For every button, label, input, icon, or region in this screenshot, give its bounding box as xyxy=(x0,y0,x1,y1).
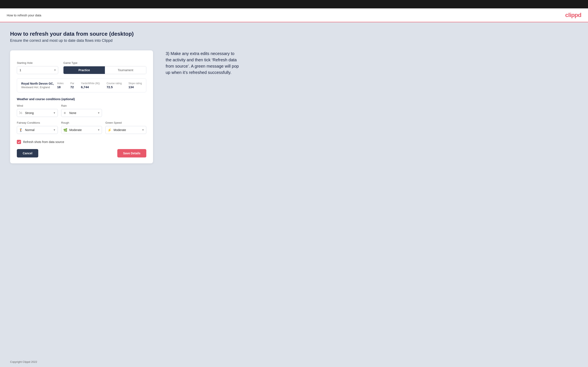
practice-button[interactable]: Practice xyxy=(63,66,105,74)
stat-par: Par 72 xyxy=(70,82,74,89)
game-type-field: Game Type Practice Tournament xyxy=(63,61,146,74)
checkmark-icon xyxy=(18,141,20,143)
par-value: 72 xyxy=(70,85,74,89)
yards-value: 6,744 xyxy=(81,85,89,89)
rain-field: Rain ☀ None Light Heavy ▼ xyxy=(61,104,102,117)
stat-course-rating: Course rating 72.5 xyxy=(107,82,122,89)
page-heading: How to refresh your data from source (de… xyxy=(10,31,578,37)
logo: clippd xyxy=(565,12,581,18)
course-info-box: Royal North Devon GC, Westward Ho!, Engl… xyxy=(17,78,146,92)
slope-rating-value: 134 xyxy=(129,85,134,89)
top-bar xyxy=(0,0,588,8)
rain-select[interactable]: None Light Heavy xyxy=(61,109,102,117)
wind-select[interactable]: Strong Light None xyxy=(17,109,58,117)
green-speed-field: Green Speed ⚡ Moderate Slow Fast ▼ xyxy=(105,121,146,134)
side-note: 3) Make any extra edits necessary to the… xyxy=(166,50,241,75)
header: How to refresh your data clippd xyxy=(0,8,588,22)
rain-label: Rain xyxy=(61,104,102,107)
course-rating-label: Course rating xyxy=(107,82,122,85)
fairway-label: Fairway Conditions xyxy=(17,121,58,124)
fairway-select-wrapper: 🏌 Normal Soft Firm ▼ xyxy=(17,126,58,134)
stat-yards: Yards/White (M)) 6,744 xyxy=(81,82,100,89)
course-stats: Holes 18 Par 72 Yards/White (M)) 6,744 C… xyxy=(57,82,142,89)
form-buttons: Cancel Save Details xyxy=(17,149,146,158)
green-speed-select-wrapper: ⚡ Moderate Slow Fast ▼ xyxy=(105,126,146,134)
yards-label: Yards/White (M)) xyxy=(81,82,100,85)
wind-rain-row: Wind 🌬 Strong Light None ▼ Rain ☀ xyxy=(17,104,146,117)
rough-select-wrapper: 🌿 Moderate Light Heavy ▼ xyxy=(61,126,102,134)
page-subheading: Ensure the correct and most up to date d… xyxy=(10,38,578,43)
save-button[interactable]: Save Details xyxy=(117,149,147,158)
rough-field: Rough 🌿 Moderate Light Heavy ▼ xyxy=(61,121,102,134)
refresh-label: Refresh shots from data source xyxy=(23,140,64,144)
course-name-block: Royal North Devon GC, Westward Ho!, Engl… xyxy=(21,82,57,89)
stat-holes: Holes 18 xyxy=(57,82,64,89)
fairway-select[interactable]: Normal Soft Firm xyxy=(17,126,58,134)
placeholder-field xyxy=(105,104,146,117)
rain-select-wrapper: ☀ None Light Heavy ▼ xyxy=(61,109,102,117)
green-speed-select[interactable]: Moderate Slow Fast xyxy=(105,126,146,134)
cancel-button[interactable]: Cancel xyxy=(17,149,38,158)
starting-hole-select[interactable]: 1 10 xyxy=(17,66,58,74)
form-panel: Starting Hole 1 10 ▼ Game Type Practice … xyxy=(10,50,153,163)
weather-section-label: Weather and course conditions (optional) xyxy=(17,97,146,101)
game-type-label: Game Type xyxy=(63,61,146,65)
starting-hole-select-wrapper: 1 10 ▼ xyxy=(17,66,58,74)
rough-label: Rough xyxy=(61,121,102,124)
starting-hole-gametype-row: Starting Hole 1 10 ▼ Game Type Practice … xyxy=(17,61,146,74)
green-speed-label: Green Speed xyxy=(105,121,146,124)
rough-select[interactable]: Moderate Light Heavy xyxy=(61,126,102,134)
fairway-rough-green-row: Fairway Conditions 🏌 Normal Soft Firm ▼ … xyxy=(17,121,146,134)
course-location: Westward Ho!, England xyxy=(21,86,57,89)
wind-field: Wind 🌬 Strong Light None ▼ xyxy=(17,104,58,117)
holes-value: 18 xyxy=(57,85,61,89)
stat-slope-rating: Slope rating 134 xyxy=(129,82,142,89)
par-label: Par xyxy=(70,82,74,85)
starting-hole-field: Starting Hole 1 10 ▼ xyxy=(17,61,58,74)
content-row: Starting Hole 1 10 ▼ Game Type Practice … xyxy=(10,50,578,163)
starting-hole-label: Starting Hole xyxy=(17,61,58,65)
tournament-button[interactable]: Tournament xyxy=(105,66,146,74)
refresh-checkbox[interactable] xyxy=(17,140,21,144)
refresh-checkbox-row: Refresh shots from data source xyxy=(17,140,146,144)
wind-label: Wind xyxy=(17,104,58,107)
course-rating-value: 72.5 xyxy=(107,85,113,89)
copyright-text: Copyright Clippd 2022 xyxy=(10,360,37,363)
side-note-text: 3) Make any extra edits necessary to the… xyxy=(166,50,241,75)
tab-hint-1 xyxy=(17,57,51,59)
footer: Copyright Clippd 2022 xyxy=(0,357,588,367)
panel-top-hint xyxy=(17,57,146,59)
fairway-field: Fairway Conditions 🏌 Normal Soft Firm ▼ xyxy=(17,121,58,134)
wind-select-wrapper: 🌬 Strong Light None ▼ xyxy=(17,109,58,117)
holes-label: Holes xyxy=(57,82,64,85)
slope-rating-label: Slope rating xyxy=(129,82,142,85)
main-content: How to refresh your data from source (de… xyxy=(0,22,588,357)
game-type-toggle: Practice Tournament xyxy=(63,66,146,74)
tab-hint-2 xyxy=(52,57,86,59)
header-title: How to refresh your data xyxy=(7,13,41,17)
course-name: Royal North Devon GC, xyxy=(21,82,57,85)
